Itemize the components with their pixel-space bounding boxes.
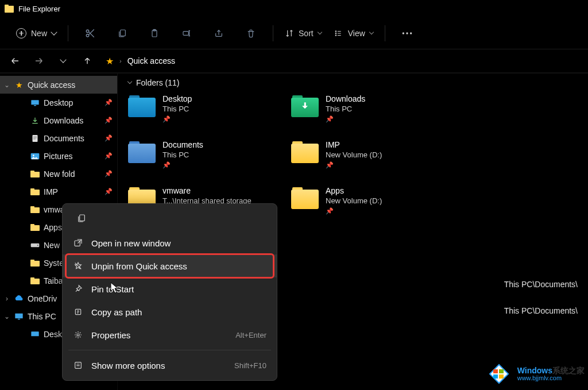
svg-rect-22 (15, 313, 22, 318)
paste-button[interactable] (143, 24, 166, 43)
chevron-down-icon (60, 56, 66, 63)
star-icon: ★ (106, 56, 114, 67)
folder-name: Documents (163, 140, 203, 149)
plus-circle-icon (16, 28, 26, 38)
address-bar[interactable]: ★ › Quick access (103, 56, 581, 67)
pin-icon: 📌 (105, 134, 114, 142)
tree-quick-access[interactable]: ⌄ ★ Quick access (0, 76, 117, 94)
svg-point-9 (402, 32, 404, 34)
folder-icon (291, 141, 319, 164)
chevron-down-icon (369, 29, 374, 34)
more-button[interactable] (396, 24, 419, 43)
recent-locations-button[interactable] (55, 53, 71, 69)
back-button[interactable] (7, 53, 23, 69)
sort-icon (285, 29, 294, 38)
share-button[interactable] (207, 24, 230, 43)
breadcrumb-separator: › (119, 57, 122, 64)
delete-button[interactable] (239, 24, 262, 43)
pin-icon: 📌 (105, 117, 114, 124)
folder-item[interactable]: DesktopThis PC📌 (128, 94, 282, 123)
new-button[interactable]: New (10, 25, 62, 42)
watermark: Windows系统之家 www.bjjmlv.com (485, 360, 585, 388)
svg-rect-29 (75, 362, 82, 369)
svg-rect-2 (121, 30, 126, 36)
new-label: New (31, 29, 47, 38)
arrow-right-icon (34, 56, 44, 66)
forward-button[interactable] (31, 53, 47, 69)
folder-icon (291, 187, 319, 210)
folder-name: vmware (163, 186, 252, 195)
star-off-icon (73, 261, 83, 271)
chevron-down-icon (127, 79, 132, 84)
ctx-label: Unpin from Quick access (91, 261, 187, 271)
tree-item[interactable]: Documents📌 (0, 129, 117, 147)
rename-icon (181, 29, 192, 38)
folder-item[interactable]: DownloadsThis PC📌 (291, 94, 445, 123)
copy-button[interactable] (111, 24, 134, 43)
ctx-show-more-options[interactable]: Show more options Shift+F10 (63, 354, 277, 377)
svg-rect-23 (18, 319, 20, 319)
view-icon (333, 29, 343, 37)
ellipsis-icon (401, 32, 413, 35)
clipboard-icon (150, 28, 159, 38)
pin-icon: 📌 (326, 115, 365, 123)
rename-button[interactable] (175, 24, 198, 43)
pin-icon: 📌 (326, 207, 382, 215)
ctx-unpin-quick-access[interactable]: Unpin from Quick access (63, 254, 277, 277)
tree-label: Documents (44, 134, 101, 143)
toolbar: New Sort View (0, 17, 588, 49)
folder-subtitle: New Volume (D:) (326, 150, 382, 159)
ctx-label: Open in new window (91, 238, 171, 248)
current-location: Quick access (127, 56, 175, 65)
chevron-right-icon[interactable]: › (3, 295, 10, 303)
folder-name: Desktop (163, 94, 192, 103)
folder-icon (291, 95, 319, 118)
ctx-pin-to-start[interactable]: Pin to Start (63, 277, 277, 300)
sort-button[interactable]: Sort (279, 25, 327, 41)
svg-point-6 (335, 30, 336, 32)
folder-icon (128, 95, 156, 118)
folder-subtitle: This PC (326, 105, 365, 113)
tree-label: Desktop (44, 98, 101, 107)
group-header[interactable]: Folders (11) (128, 78, 578, 87)
folder-item[interactable]: DocumentsThis PC📌 (128, 140, 282, 169)
tree-item[interactable]: Downloads📌 (0, 111, 117, 129)
chevron-down-icon (317, 29, 322, 34)
tree-item[interactable]: Desktop📌 (0, 94, 117, 111)
download-icon (30, 116, 40, 125)
folder-name: IMP (326, 140, 382, 149)
folder-item[interactable]: IMPNew Volume (D:)📌 (291, 140, 445, 169)
path-line: This PC\Documents\ (504, 280, 578, 289)
desktop-icon (30, 98, 40, 107)
svg-rect-14 (33, 135, 38, 142)
folder-icon (30, 169, 40, 179)
navbar: ★ › Quick access (0, 49, 588, 72)
cut-button[interactable] (79, 24, 102, 43)
document-icon (30, 134, 40, 143)
svg-point-7 (335, 33, 336, 34)
ctx-copy-as-path[interactable]: Copy as path (63, 300, 277, 323)
view-button[interactable]: View (327, 25, 379, 41)
chevron-down-icon[interactable]: ⌄ (3, 312, 10, 321)
svg-rect-16 (33, 137, 37, 138)
folder-name: Apps (326, 186, 382, 195)
tree-item[interactable]: IMP📌 (0, 183, 117, 200)
up-button[interactable] (79, 53, 95, 69)
folder-item[interactable]: AppsNew Volume (D:)📌 (291, 186, 445, 215)
chevron-down-icon[interactable]: ⌄ (3, 81, 10, 89)
ctx-properties[interactable]: Properties Alt+Enter (63, 323, 277, 346)
windows-logo-icon (485, 360, 513, 388)
sort-label: Sort (299, 29, 314, 38)
ctx-label: Copy as path (91, 307, 142, 317)
pin-icon: 📌 (105, 152, 114, 160)
separator (273, 25, 273, 41)
tree-item[interactable]: Pictures📌 (0, 147, 117, 165)
ctx-open-in-new-window[interactable]: Open in new window (63, 231, 277, 254)
tree-item[interactable]: New fold📌 (0, 165, 117, 183)
copy-button[interactable] (72, 210, 91, 227)
share-icon (214, 29, 224, 38)
tree-label: New fold (44, 169, 101, 179)
svg-point-28 (77, 334, 79, 336)
window-title: File Explorer (18, 5, 60, 13)
arrow-left-icon (10, 56, 20, 66)
